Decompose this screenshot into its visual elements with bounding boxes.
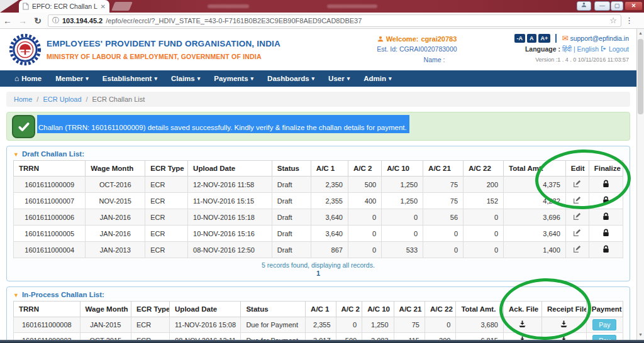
table-row: 1601611000009OCT-2016ECR12-NOV-2016 11:5… <box>14 177 623 193</box>
url-host: 103.194.45.2 <box>62 17 103 24</box>
org-name: EMPLOYEES' PROVIDENT FUND ORGANISATION, … <box>47 39 280 48</box>
nav-item-label: Admin <box>364 75 386 82</box>
pagination-page-number[interactable]: 1 <box>7 270 630 277</box>
page-scrollbar[interactable]: ▲ ▼ <box>636 29 644 343</box>
browser-menu-icon[interactable]: ⋮ <box>625 16 633 25</box>
column-header: ECR Type <box>131 302 170 317</box>
mail-icon: ✉ <box>562 34 568 43</box>
table-row: 1601611000006JAN-2016ECR10-NOV-2016 15:1… <box>14 209 623 226</box>
table-cell: 0 <box>423 242 464 258</box>
bookmark-star-icon[interactable]: ☆ <box>609 16 617 25</box>
table-cell: JAN-2016 <box>86 209 145 226</box>
alert-message: Challan (TRRN: 1601611000009) details sa… <box>37 115 409 133</box>
nav-item-label: User <box>328 75 345 82</box>
table-cell: 200 <box>464 177 504 193</box>
table-cell: 0 <box>336 317 362 333</box>
font-increase-button[interactable]: A+ <box>538 34 551 43</box>
window-corner-decoration <box>0 0 19 13</box>
nav-item-dashboards[interactable]: Dashboards▾ <box>260 70 321 87</box>
browser-toolbar: ← → ↻ ⓘ 103.194.45.2 /epfo/ecr/ecrcl/?_H… <box>0 13 644 29</box>
table-cell: NOV-2015 <box>86 193 145 209</box>
language-hindi-link[interactable]: हिंदी <box>562 45 572 53</box>
action-cell <box>565 226 589 242</box>
font-decrease-button[interactable]: -A <box>514 34 526 43</box>
new-tab-button[interactable] <box>111 2 133 11</box>
table-cell: 10-NOV-2016 15:16 <box>188 226 272 242</box>
minimize-button[interactable]: — <box>594 1 610 11</box>
success-check-icon <box>12 115 35 138</box>
nav-item-home[interactable]: ⌂Home <box>8 70 48 87</box>
breadcrumb-current: ECR Challan List <box>92 95 145 103</box>
table-cell: 0 <box>348 242 381 258</box>
table-cell: 0 <box>464 226 504 242</box>
finalize-lock-icon[interactable] <box>602 229 609 237</box>
table-cell: ECR <box>145 177 188 193</box>
font-normal-button[interactable]: A <box>527 34 536 43</box>
nav-item-member[interactable]: Member▾ <box>48 70 96 87</box>
nav-item-admin[interactable]: Admin▾ <box>357 70 398 87</box>
records-found-text: 5 records found, displaying all records. <box>7 261 630 269</box>
table-cell: 533 <box>382 242 423 258</box>
table-cell: Due for Payment <box>241 317 306 333</box>
table-cell: 867 <box>311 242 348 258</box>
est-id-value: CGRAI0020783000 <box>399 45 457 53</box>
profile-button[interactable] <box>577 1 591 11</box>
table-cell: ECR <box>145 242 188 258</box>
table-cell: 1601611000006 <box>14 209 86 226</box>
close-button[interactable]: ✕ <box>625 1 643 11</box>
table-cell: ECR <box>145 209 188 226</box>
column-header: Wage Month <box>86 161 145 177</box>
breadcrumb-ecr-upload-link[interactable]: ECR Upload <box>43 95 81 103</box>
column-header: A/C 22 <box>464 161 504 177</box>
back-button[interactable]: ← <box>0 16 15 26</box>
scrollbar-thumb[interactable] <box>638 39 643 114</box>
browser-tab[interactable]: EPFO: ECR Challan List ✕ <box>19 0 109 13</box>
table-cell: Draft <box>272 242 311 258</box>
scroll-down-icon[interactable]: ▼ <box>637 332 644 337</box>
table-cell: 1601611000007 <box>14 193 86 209</box>
table-cell: JAN-2016 <box>86 226 145 242</box>
draft-panel-title[interactable]: ▼Draft Challan List: <box>7 149 630 160</box>
table-cell: 3,640 <box>504 226 566 242</box>
nav-item-payments[interactable]: Payments▾ <box>207 70 260 87</box>
table-cell: 0 <box>382 209 423 226</box>
column-header: A/C 2 <box>348 161 381 177</box>
column-header: Upload Date <box>188 161 272 177</box>
table-cell: 1,250 <box>382 177 423 193</box>
browser-titlebar: EPFO: ECR Challan List ✕ — ▢ ✕ <box>0 0 644 13</box>
tab-close-icon[interactable]: ✕ <box>101 3 106 10</box>
scroll-up-icon[interactable]: ▲ <box>637 31 644 35</box>
nav-item-label: Claims <box>171 75 195 82</box>
divider <box>555 34 557 43</box>
table-row: 1601611000007NOV-2015ECR11-NOV-2016 15:1… <box>14 193 623 209</box>
table-cell: ECR <box>145 226 188 242</box>
nav-item-user[interactable]: User▾ <box>321 70 357 87</box>
forward-button[interactable]: → <box>15 16 30 26</box>
column-header: A/C 10 <box>362 302 394 317</box>
table-cell: 3,696 <box>504 209 566 226</box>
language-english-link[interactable]: English <box>577 45 599 53</box>
action-cell: Pay <box>586 317 623 333</box>
maximize-button[interactable]: ▢ <box>611 1 623 11</box>
pay-button[interactable]: Pay <box>592 319 616 330</box>
nav-item-claims[interactable]: Claims▾ <box>164 70 207 87</box>
finalize-lock-icon[interactable] <box>602 245 609 253</box>
nav-item-establishment[interactable]: Establishment▾ <box>96 70 164 87</box>
logout-link[interactable]: Logout <box>609 45 629 53</box>
column-header: A/C 21 <box>394 302 425 317</box>
edit-icon[interactable] <box>573 245 581 253</box>
address-bar[interactable]: ⓘ 103.194.45.2 /epfo/ecr/ecrcl/?_HDIV_ST… <box>48 14 621 27</box>
column-header: Status <box>272 161 311 177</box>
page-info-icon[interactable]: ⓘ <box>52 16 59 25</box>
reload-button[interactable]: ↻ <box>30 16 45 26</box>
finalize-lock-icon[interactable] <box>602 212 609 220</box>
table-cell: 12-NOV-2016 11:58 <box>188 177 272 193</box>
site-header: EMPLOYEES' PROVIDENT FUND ORGANISATION, … <box>0 29 636 70</box>
table-cell: 2,355 <box>311 193 348 209</box>
edit-icon[interactable] <box>573 229 581 237</box>
breadcrumb-home-link[interactable]: Home <box>14 95 32 103</box>
support-email-link[interactable]: support@epfindia.in <box>570 35 629 42</box>
edit-icon[interactable] <box>573 212 581 220</box>
chevron-down-icon: ▾ <box>197 75 201 82</box>
table-cell: ECR <box>131 317 170 333</box>
